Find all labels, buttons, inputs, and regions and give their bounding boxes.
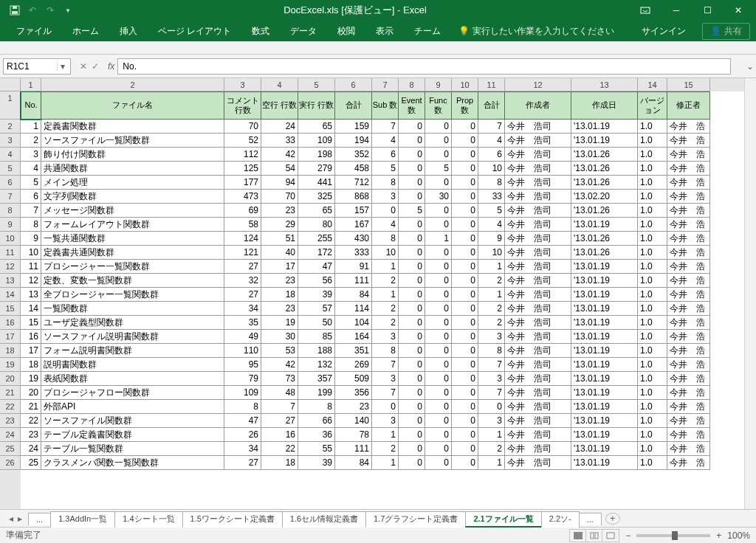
ribbon-tab[interactable]: 数式 <box>241 21 280 41</box>
row-header[interactable]: 5 <box>0 162 21 176</box>
undo-icon[interactable]: ↶ <box>27 4 38 16</box>
cell[interactable]: 5 <box>478 204 505 218</box>
cell[interactable]: '13.01.19 <box>571 274 638 288</box>
row-header[interactable]: 18 <box>0 344 21 358</box>
cell[interactable]: 172 <box>298 246 335 260</box>
table-header-cell[interactable]: Prop 数 <box>452 91 478 120</box>
table-header-cell[interactable]: バージョン <box>638 91 667 120</box>
cell[interactable]: ユーザ定義型関数群 <box>41 316 224 330</box>
cell[interactable]: 91 <box>335 260 372 274</box>
cell[interactable]: 0 <box>399 134 425 148</box>
cell[interactable]: 4 <box>372 134 399 148</box>
cell[interactable]: 8 <box>478 176 505 190</box>
cell[interactable]: 1.0 <box>638 372 667 386</box>
ribbon-tab[interactable]: データ <box>280 21 327 41</box>
cell[interactable]: 0 <box>399 176 425 190</box>
row-header[interactable]: 15 <box>0 302 21 316</box>
cell[interactable]: 6 <box>478 148 505 162</box>
cell[interactable]: 20 <box>21 386 41 400</box>
row-header[interactable]: 11 <box>0 246 21 260</box>
zoom-out-button[interactable]: − <box>625 530 630 541</box>
cell[interactable]: '13.01.19 <box>571 218 638 232</box>
cell[interactable]: 共通関数群 <box>41 162 224 176</box>
cell[interactable]: 1 <box>372 428 399 442</box>
row-header[interactable]: 13 <box>0 274 21 288</box>
cell[interactable]: 5 <box>425 162 452 176</box>
cell[interactable]: 325 <box>298 190 335 204</box>
cell[interactable]: 112 <box>224 148 261 162</box>
table-header-cell[interactable]: ファイル名 <box>41 91 224 120</box>
row-header[interactable]: 3 <box>0 134 21 148</box>
cell[interactable]: 1.0 <box>638 358 667 372</box>
cell[interactable]: 今井 浩司 <box>505 260 571 274</box>
ribbon-tab[interactable]: ホーム <box>62 21 109 41</box>
cell[interactable]: 441 <box>298 176 335 190</box>
cell[interactable]: 今井 浩司 <box>505 176 571 190</box>
row-header[interactable]: 20 <box>0 372 21 386</box>
ribbon-tab[interactable]: 表示 <box>365 21 404 41</box>
cell[interactable]: 164 <box>335 330 372 344</box>
cell[interactable]: 509 <box>335 372 372 386</box>
cell[interactable]: 24 <box>261 120 298 134</box>
cell[interactable]: '13.01.19 <box>571 120 638 134</box>
cell[interactable]: 32 <box>224 274 261 288</box>
table-header-cell[interactable]: 作成者 <box>505 91 571 120</box>
cell[interactable]: 47 <box>224 414 261 428</box>
sheet-tab[interactable]: 1.4シート一覧 <box>114 511 182 528</box>
cell[interactable]: 8 <box>478 344 505 358</box>
cell[interactable]: 333 <box>335 246 372 260</box>
cell[interactable]: 0 <box>399 302 425 316</box>
cell[interactable]: 21 <box>21 400 41 414</box>
cell[interactable]: '13.01.19 <box>571 134 638 148</box>
cell[interactable]: 1 <box>21 120 41 134</box>
cell[interactable]: 7 <box>21 204 41 218</box>
cell[interactable]: 7 <box>372 120 399 134</box>
cell[interactable]: 今井 浩 <box>667 302 710 316</box>
row-header[interactable]: 16 <box>0 316 21 330</box>
cell[interactable]: '13.01.19 <box>571 442 638 456</box>
cell[interactable]: 188 <box>298 344 335 358</box>
cell[interactable]: 0 <box>399 246 425 260</box>
cell[interactable]: 159 <box>335 120 372 134</box>
cell[interactable]: 0 <box>399 442 425 456</box>
cell[interactable]: 53 <box>261 344 298 358</box>
cell[interactable]: 今井 浩司 <box>505 274 571 288</box>
cell[interactable]: 0 <box>452 316 478 330</box>
cell[interactable]: 0 <box>425 428 452 442</box>
cell[interactable]: 説明書関数群 <box>41 358 224 372</box>
cell[interactable]: 56 <box>298 274 335 288</box>
cell[interactable]: 34 <box>224 302 261 316</box>
cell[interactable]: 35 <box>224 316 261 330</box>
cell[interactable]: 430 <box>335 232 372 246</box>
cell[interactable]: 今井 浩 <box>667 246 710 260</box>
cell[interactable]: プロシージャフロー関数群 <box>41 386 224 400</box>
cell[interactable]: 0 <box>478 400 505 414</box>
cell[interactable]: 今井 浩 <box>667 260 710 274</box>
zoom-in-button[interactable]: + <box>716 530 721 541</box>
cell[interactable]: 0 <box>452 246 478 260</box>
cell[interactable]: 今井 浩司 <box>505 386 571 400</box>
cell[interactable]: 10 <box>21 246 41 260</box>
cell[interactable]: 351 <box>335 344 372 358</box>
cell[interactable]: 今井 浩 <box>667 176 710 190</box>
sheet-tab[interactable]: 1.6セル情報定義書 <box>282 511 366 528</box>
cell[interactable]: 0 <box>452 176 478 190</box>
cell[interactable]: 今井 浩 <box>667 344 710 358</box>
cell[interactable]: 5 <box>399 204 425 218</box>
cell[interactable]: 0 <box>399 400 425 414</box>
cell[interactable]: 13 <box>21 288 41 302</box>
cell[interactable]: 7 <box>478 120 505 134</box>
cell[interactable]: 今井 浩司 <box>505 400 571 414</box>
cell[interactable]: 11 <box>21 260 41 274</box>
cell[interactable]: 今井 浩 <box>667 400 710 414</box>
cell[interactable]: 79 <box>224 372 261 386</box>
cell[interactable]: '13.01.26 <box>571 246 638 260</box>
cell[interactable]: 2 <box>21 134 41 148</box>
cell[interactable]: 1.0 <box>638 400 667 414</box>
cell[interactable]: 0 <box>399 456 425 470</box>
cell[interactable]: 0 <box>452 162 478 176</box>
cell[interactable]: 39 <box>298 288 335 302</box>
row-header[interactable]: 4 <box>0 148 21 162</box>
cell[interactable]: 0 <box>425 120 452 134</box>
cell[interactable]: 今井 浩司 <box>505 372 571 386</box>
